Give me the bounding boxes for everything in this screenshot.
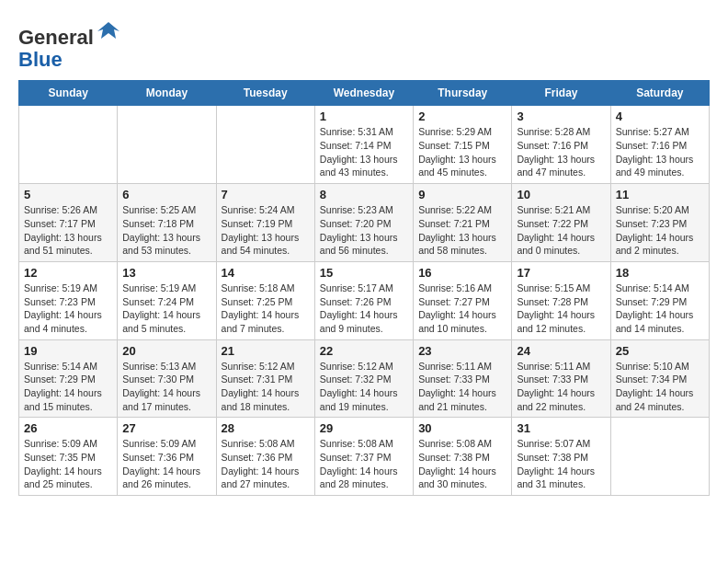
- logo: General Blue: [18, 18, 121, 71]
- calendar-week-row: 26Sunrise: 5:09 AMSunset: 7:35 PMDayligh…: [19, 418, 710, 496]
- day-number: 1: [320, 109, 408, 123]
- day-of-week-header: Thursday: [414, 81, 512, 106]
- day-number: 10: [517, 188, 605, 201]
- day-info: Sunrise: 5:31 AMSunset: 7:14 PMDaylight:…: [320, 125, 408, 179]
- day-info: Sunrise: 5:08 AMSunset: 7:38 PMDaylight:…: [418, 437, 506, 491]
- calendar-cell: 20Sunrise: 5:13 AMSunset: 7:30 PMDayligh…: [118, 339, 216, 418]
- calendar-cell: 25Sunrise: 5:10 AMSunset: 7:34 PMDayligh…: [610, 339, 709, 418]
- calendar-cell: 19Sunrise: 5:14 AMSunset: 7:29 PMDayligh…: [19, 339, 118, 418]
- calendar-cell: 22Sunrise: 5:12 AMSunset: 7:32 PMDayligh…: [314, 339, 413, 418]
- calendar-week-row: 1Sunrise: 5:31 AMSunset: 7:14 PMDaylight…: [19, 106, 710, 184]
- day-info: Sunrise: 5:11 AMSunset: 7:33 PMDaylight:…: [418, 360, 506, 414]
- calendar-cell: 31Sunrise: 5:07 AMSunset: 7:38 PMDayligh…: [512, 418, 610, 496]
- day-number: 23: [418, 344, 506, 358]
- day-number: 19: [24, 344, 112, 358]
- logo-bird-icon: [96, 18, 121, 44]
- calendar-cell: [118, 106, 216, 184]
- day-info: Sunrise: 5:07 AMSunset: 7:38 PMDaylight:…: [517, 437, 605, 491]
- day-info: Sunrise: 5:10 AMSunset: 7:34 PMDaylight:…: [616, 360, 704, 414]
- calendar-cell: 13Sunrise: 5:19 AMSunset: 7:24 PMDayligh…: [118, 261, 216, 339]
- calendar-body: 1Sunrise: 5:31 AMSunset: 7:14 PMDaylight…: [19, 106, 710, 496]
- day-number: 24: [517, 344, 605, 358]
- day-info: Sunrise: 5:14 AMSunset: 7:29 PMDaylight:…: [24, 360, 112, 414]
- calendar-cell: 18Sunrise: 5:14 AMSunset: 7:29 PMDayligh…: [610, 261, 709, 339]
- calendar-header-row: SundayMondayTuesdayWednesdayThursdayFrid…: [19, 81, 710, 106]
- day-info: Sunrise: 5:21 AMSunset: 7:22 PMDaylight:…: [517, 203, 605, 258]
- day-number: 5: [24, 188, 112, 201]
- day-info: Sunrise: 5:29 AMSunset: 7:15 PMDaylight:…: [418, 125, 506, 179]
- day-number: 2: [418, 109, 506, 123]
- day-number: 6: [122, 188, 210, 201]
- day-number: 4: [616, 109, 704, 123]
- day-number: 12: [24, 266, 112, 280]
- day-number: 18: [616, 266, 704, 280]
- calendar-table: SundayMondayTuesdayWednesdayThursdayFrid…: [18, 80, 710, 496]
- calendar-cell: 17Sunrise: 5:15 AMSunset: 7:28 PMDayligh…: [512, 261, 610, 339]
- day-number: 27: [122, 421, 210, 435]
- day-info: Sunrise: 5:09 AMSunset: 7:35 PMDaylight:…: [24, 437, 112, 491]
- day-info: Sunrise: 5:16 AMSunset: 7:27 PMDaylight:…: [418, 282, 506, 336]
- calendar-cell: 15Sunrise: 5:17 AMSunset: 7:26 PMDayligh…: [314, 261, 413, 339]
- day-number: 28: [222, 421, 310, 435]
- day-number: 7: [222, 188, 310, 201]
- calendar-cell: [19, 106, 118, 184]
- day-info: Sunrise: 5:28 AMSunset: 7:16 PMDaylight:…: [517, 125, 605, 179]
- calendar-cell: 14Sunrise: 5:18 AMSunset: 7:25 PMDayligh…: [216, 261, 314, 339]
- calendar-cell: 7Sunrise: 5:24 AMSunset: 7:19 PMDaylight…: [216, 184, 314, 262]
- calendar-cell: 2Sunrise: 5:29 AMSunset: 7:15 PMDaylight…: [414, 106, 512, 184]
- calendar-cell: 8Sunrise: 5:23 AMSunset: 7:20 PMDaylight…: [314, 184, 413, 262]
- svg-marker-0: [97, 22, 119, 39]
- calendar-cell: 3Sunrise: 5:28 AMSunset: 7:16 PMDaylight…: [512, 106, 610, 184]
- page-header: General Blue: [18, 18, 710, 71]
- calendar-cell: 30Sunrise: 5:08 AMSunset: 7:38 PMDayligh…: [414, 418, 512, 496]
- day-info: Sunrise: 5:13 AMSunset: 7:30 PMDaylight:…: [122, 360, 210, 414]
- day-number: 25: [616, 344, 704, 358]
- calendar-cell: 10Sunrise: 5:21 AMSunset: 7:22 PMDayligh…: [512, 184, 610, 262]
- calendar-cell: 24Sunrise: 5:11 AMSunset: 7:33 PMDayligh…: [512, 339, 610, 418]
- day-info: Sunrise: 5:08 AMSunset: 7:36 PMDaylight:…: [222, 437, 310, 491]
- day-info: Sunrise: 5:27 AMSunset: 7:16 PMDaylight:…: [616, 125, 704, 179]
- day-info: Sunrise: 5:23 AMSunset: 7:20 PMDaylight:…: [320, 203, 408, 258]
- day-of-week-header: Tuesday: [216, 81, 314, 106]
- day-number: 29: [320, 421, 408, 435]
- day-info: Sunrise: 5:19 AMSunset: 7:23 PMDaylight:…: [24, 282, 112, 336]
- day-number: 14: [222, 266, 310, 280]
- day-info: Sunrise: 5:09 AMSunset: 7:36 PMDaylight:…: [122, 437, 210, 491]
- day-number: 8: [320, 188, 408, 201]
- day-info: Sunrise: 5:26 AMSunset: 7:17 PMDaylight:…: [24, 203, 112, 258]
- calendar-cell: 28Sunrise: 5:08 AMSunset: 7:36 PMDayligh…: [216, 418, 314, 496]
- day-info: Sunrise: 5:17 AMSunset: 7:26 PMDaylight:…: [320, 282, 408, 336]
- logo-general: General: [18, 26, 94, 49]
- calendar-cell: 5Sunrise: 5:26 AMSunset: 7:17 PMDaylight…: [19, 184, 118, 262]
- calendar-cell: [610, 418, 709, 496]
- day-number: 9: [418, 188, 506, 201]
- calendar-cell: 4Sunrise: 5:27 AMSunset: 7:16 PMDaylight…: [610, 106, 709, 184]
- day-number: 17: [517, 266, 605, 280]
- day-number: 20: [122, 344, 210, 358]
- calendar-week-row: 19Sunrise: 5:14 AMSunset: 7:29 PMDayligh…: [19, 339, 710, 418]
- day-number: 15: [320, 266, 408, 280]
- day-number: 16: [418, 266, 506, 280]
- calendar-cell: 6Sunrise: 5:25 AMSunset: 7:18 PMDaylight…: [118, 184, 216, 262]
- day-info: Sunrise: 5:18 AMSunset: 7:25 PMDaylight:…: [222, 282, 310, 336]
- day-of-week-header: Monday: [118, 81, 216, 106]
- calendar-cell: 16Sunrise: 5:16 AMSunset: 7:27 PMDayligh…: [414, 261, 512, 339]
- day-number: 22: [320, 344, 408, 358]
- calendar-cell: 29Sunrise: 5:08 AMSunset: 7:37 PMDayligh…: [314, 418, 413, 496]
- calendar-week-row: 5Sunrise: 5:26 AMSunset: 7:17 PMDaylight…: [19, 184, 710, 262]
- day-info: Sunrise: 5:08 AMSunset: 7:37 PMDaylight:…: [320, 437, 408, 491]
- day-of-week-header: Wednesday: [314, 81, 413, 106]
- calendar-cell: [216, 106, 314, 184]
- day-number: 11: [616, 188, 704, 201]
- calendar-cell: 21Sunrise: 5:12 AMSunset: 7:31 PMDayligh…: [216, 339, 314, 418]
- day-info: Sunrise: 5:12 AMSunset: 7:31 PMDaylight:…: [222, 360, 310, 414]
- day-number: 31: [517, 421, 605, 435]
- calendar-cell: 1Sunrise: 5:31 AMSunset: 7:14 PMDaylight…: [314, 106, 413, 184]
- calendar-week-row: 12Sunrise: 5:19 AMSunset: 7:23 PMDayligh…: [19, 261, 710, 339]
- day-info: Sunrise: 5:20 AMSunset: 7:23 PMDaylight:…: [616, 203, 704, 258]
- day-number: 21: [222, 344, 310, 358]
- logo-blue: Blue: [18, 48, 63, 71]
- calendar-cell: 11Sunrise: 5:20 AMSunset: 7:23 PMDayligh…: [610, 184, 709, 262]
- day-info: Sunrise: 5:11 AMSunset: 7:33 PMDaylight:…: [517, 360, 605, 414]
- day-info: Sunrise: 5:22 AMSunset: 7:21 PMDaylight:…: [418, 203, 506, 258]
